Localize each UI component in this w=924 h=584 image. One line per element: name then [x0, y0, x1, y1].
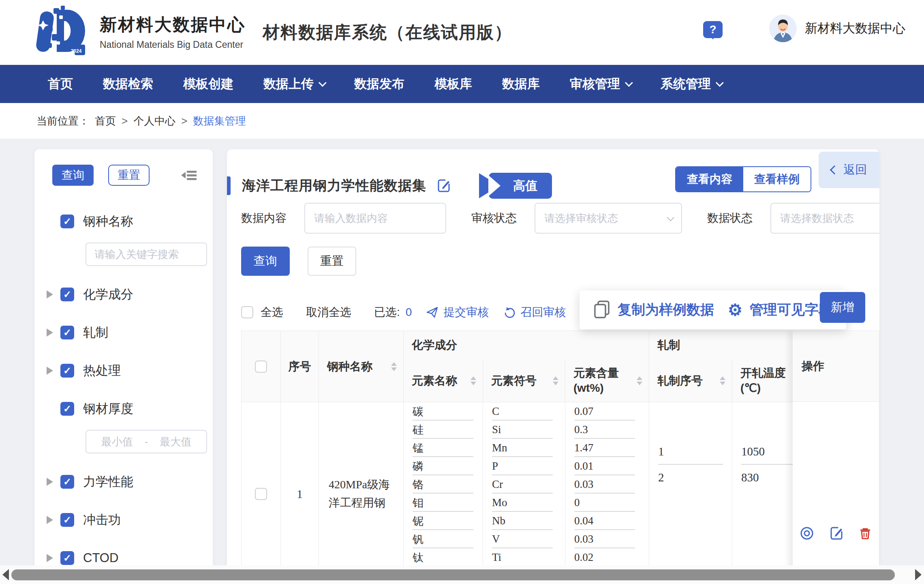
checkbox-checked[interactable]: ✓: [60, 215, 74, 228]
delete-icon[interactable]: [858, 526, 873, 541]
back-button[interactable]: 返回: [819, 152, 879, 188]
col-header-roll-seq[interactable]: 轧制序号: [649, 359, 732, 402]
expand-arrow-icon[interactable]: [47, 290, 53, 298]
expand-arrow-icon[interactable]: [47, 516, 53, 524]
col-header-index[interactable]: 序号: [281, 331, 319, 402]
nav-item-data-publish[interactable]: 数据发布: [354, 75, 404, 92]
audit-status-select[interactable]: 请选择审核状态: [535, 203, 682, 234]
recall-audit-action[interactable]: 召回审核: [503, 305, 566, 320]
sort-caret-icon[interactable]: [391, 362, 397, 371]
breadcrumb-personal-center[interactable]: 个人中心: [133, 114, 175, 128]
collapse-panel-icon[interactable]: [181, 168, 197, 182]
query-filter-row: 数据内容 审核状态 请选择审核状态 数据状态 请选择数据状态: [241, 203, 879, 234]
filter-mechanical-properties[interactable]: ✓ 力学性能: [47, 472, 201, 492]
scrollbar-thumb[interactable]: [11, 569, 895, 580]
logo-text: 新材料大数据中心 National Materials Big Data Cen…: [100, 13, 246, 50]
range-min-input[interactable]: [97, 436, 137, 448]
keyword-search-input[interactable]: [86, 243, 207, 266]
reset-button[interactable]: 重置: [308, 247, 356, 276]
filter-rolling[interactable]: ✓ 轧制: [47, 323, 201, 342]
data-status-select[interactable]: 请选择数据状态: [770, 203, 879, 234]
col-header-element-name[interactable]: 元素名称: [404, 359, 483, 402]
range-max-input[interactable]: [155, 436, 196, 448]
nav-item-system-mgmt[interactable]: 系统管理: [661, 75, 721, 92]
data-table: 序号 钢种名称 化学成分 轧制 元素名称 元素符号 元素含量(wt%): [241, 331, 879, 577]
sort-caret-icon[interactable]: [553, 376, 558, 385]
element-content: 0.02: [574, 551, 593, 564]
breadcrumb-prefix: 当前位置：: [36, 114, 89, 128]
edit-title-icon[interactable]: [436, 178, 451, 193]
header-checkbox[interactable]: [255, 361, 267, 373]
user-menu[interactable]: 新材料大数据中心: [769, 15, 905, 42]
element-symbol: P: [492, 460, 498, 472]
logo: 2024 新材料大数据中心 National Materials Big Dat…: [36, 6, 246, 58]
checkbox-checked[interactable]: ✓: [60, 475, 74, 489]
element-row: 钒 V 0.03: [404, 530, 649, 548]
scroll-left-arrow[interactable]: [2, 569, 9, 580]
expand-arrow-icon[interactable]: [47, 367, 53, 375]
col-header-steel-name[interactable]: 钢种名称: [319, 331, 404, 402]
filter-steel-name[interactable]: ✓ 钢种名称: [47, 212, 201, 231]
checkbox-checked[interactable]: ✓: [60, 326, 74, 339]
view-sample-tab[interactable]: 查看样例: [743, 167, 811, 191]
send-icon: [426, 306, 438, 318]
nav-item-data-search[interactable]: 数据检索: [103, 75, 153, 92]
nav-item-audit-mgmt[interactable]: 审核管理: [570, 75, 631, 92]
sort-caret-icon[interactable]: [637, 376, 642, 385]
checkbox-checked[interactable]: ✓: [60, 551, 74, 565]
data-status-label: 数据状态: [707, 210, 753, 226]
submit-audit-action[interactable]: 提交审核: [426, 305, 489, 320]
filter-impact-energy[interactable]: ✓ 冲击功: [47, 510, 201, 530]
nav-item-home[interactable]: 首页: [48, 75, 73, 92]
nav-item-database[interactable]: 数据库: [502, 75, 540, 92]
element-symbol: Nb: [492, 515, 505, 527]
checkbox-checked[interactable]: ✓: [60, 513, 74, 527]
system-title: 材料数据库系统（在线试用版）: [263, 21, 512, 44]
row-checkbox[interactable]: [255, 488, 267, 500]
username[interactable]: 新材料大数据中心: [805, 20, 905, 37]
expand-arrow-icon[interactable]: [47, 478, 53, 486]
element-content: 0.03: [574, 478, 593, 491]
deselect-all-label[interactable]: 取消全选: [306, 305, 351, 320]
dataset-titlebar: 海洋工程用钢力学性能数据集 高值: [227, 173, 552, 199]
element-name: 磷: [413, 459, 424, 474]
scroll-right-arrow[interactable]: [915, 569, 922, 580]
checkbox-checked[interactable]: ✓: [60, 364, 74, 378]
sort-caret-icon[interactable]: [720, 376, 725, 385]
view-content-tab[interactable]: 查看内容: [676, 167, 743, 191]
logo-title: 新材料大数据中心: [100, 13, 246, 36]
select-all-checkbox[interactable]: [241, 306, 253, 318]
nav-item-data-upload[interactable]: 数据上传: [263, 75, 324, 92]
sort-caret-icon[interactable]: [471, 376, 476, 385]
steel-name-cell: 420MPa级海洋工程用钢: [319, 402, 404, 577]
col-header-element-symbol[interactable]: 元素符号: [483, 359, 565, 402]
sidebar-reset-button[interactable]: 重置: [108, 165, 150, 186]
content-filter-input[interactable]: [304, 203, 446, 234]
checkbox-checked[interactable]: ✓: [60, 402, 74, 416]
filter-ctod[interactable]: ✓ CTOD: [47, 548, 201, 568]
col-header-element-content[interactable]: 元素含量(wt%): [565, 359, 649, 402]
view-icon[interactable]: [799, 526, 815, 541]
copy-as-sample-action[interactable]: 复制为样例数据: [593, 301, 714, 319]
manage-fields-action[interactable]: ⚙ 管理可见字段: [728, 301, 832, 319]
sidebar-actions: 查询 重置: [47, 165, 201, 186]
element-row: 锰 Mn 1.47: [404, 439, 649, 457]
add-button[interactable]: 新增: [820, 292, 865, 323]
element-name: 锰: [413, 441, 424, 455]
nav-item-template-create[interactable]: 模板创建: [183, 75, 233, 92]
query-button[interactable]: 查询: [241, 247, 290, 276]
breadcrumb-home[interactable]: 首页: [95, 114, 116, 128]
filter-heat-treatment[interactable]: ✓ 热处理: [47, 361, 201, 380]
help-icon[interactable]: ?: [703, 21, 723, 38]
sidebar-query-button[interactable]: 查询: [52, 165, 94, 186]
avatar[interactable]: [769, 15, 797, 42]
expand-arrow-icon[interactable]: [47, 328, 53, 337]
edit-icon[interactable]: [828, 526, 844, 541]
header: 2024 新材料大数据中心 National Materials Big Dat…: [0, 0, 924, 65]
select-all-label[interactable]: 全选: [261, 305, 283, 320]
nav-item-template-lib[interactable]: 模板库: [434, 75, 472, 92]
expand-arrow-icon[interactable]: [47, 554, 53, 562]
checkbox-checked[interactable]: ✓: [60, 288, 74, 301]
filter-steel-thickness[interactable]: ✓ 钢材厚度: [47, 399, 201, 419]
filter-chemical-composition[interactable]: ✓ 化学成分: [47, 285, 201, 304]
